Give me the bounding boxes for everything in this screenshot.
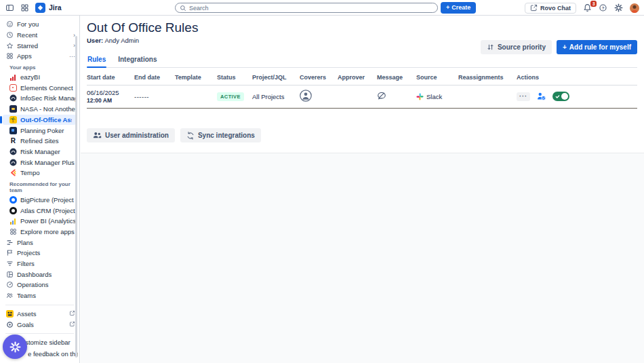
tab-integrations[interactable]: Integrations bbox=[117, 56, 157, 67]
sync-integrations-button[interactable]: Sync integrations bbox=[180, 128, 261, 142]
user-label: User: bbox=[87, 37, 103, 44]
notification-badge: 3 bbox=[590, 1, 597, 7]
rec-bigpicture[interactable]: BigPicture (Project Ma... bbox=[0, 195, 79, 206]
app-nasa[interactable]: NASA - Not Another S... bbox=[0, 104, 79, 115]
sidebar-toggle-icon[interactable] bbox=[5, 3, 14, 12]
notifications-button[interactable]: 3 bbox=[583, 3, 592, 12]
sync-icon bbox=[186, 132, 195, 140]
source-priority-button[interactable]: Source priority bbox=[481, 40, 552, 54]
sidebar: For you Recent › Starred › Apps ··· Your… bbox=[0, 16, 80, 363]
rec-power-bi[interactable]: Power BI (Analytics) bbox=[0, 216, 79, 227]
filters-icon bbox=[5, 260, 14, 267]
explore-more-apps[interactable]: Explore more apps bbox=[0, 227, 79, 237]
risk-manager-plus-icon bbox=[9, 159, 17, 166]
tabs: Rules Integrations bbox=[87, 56, 637, 68]
slack-icon bbox=[416, 93, 424, 100]
topbar: Jira + Create Rovo Chat 3 ? bbox=[0, 0, 644, 16]
risk-manager-icon bbox=[9, 148, 17, 155]
sidebar-item-projects[interactable]: Projects bbox=[0, 248, 79, 259]
lower-background-panel bbox=[81, 153, 644, 363]
cell-start-date: 06/16/2025 12:00 AM bbox=[87, 89, 134, 104]
user-administration-button[interactable]: User administration bbox=[87, 128, 175, 142]
your-apps-label: Your apps bbox=[0, 62, 79, 72]
sidebar-item-recent[interactable]: Recent › bbox=[0, 30, 79, 41]
header-actions: Source priority + Add rule for myself bbox=[481, 40, 637, 54]
sidebar-item-dashboards[interactable]: Dashboards bbox=[0, 269, 79, 280]
create-button[interactable]: + Create bbox=[441, 2, 476, 14]
elements-connect-icon bbox=[9, 84, 17, 92]
tempo-icon bbox=[9, 169, 17, 176]
cell-end-date: ------ bbox=[134, 93, 175, 100]
external-link-icon bbox=[69, 321, 75, 328]
row-more-button[interactable]: ··· bbox=[517, 92, 530, 101]
col-template: Template bbox=[175, 74, 217, 81]
infosec-risk-manager-icon bbox=[9, 94, 17, 102]
source-label: Slack bbox=[426, 93, 442, 100]
table-row: 06/16/2025 12:00 AM ------ ACTIVE All Pr… bbox=[87, 85, 637, 109]
explore-apps-grid-icon bbox=[9, 228, 17, 235]
app-risk-manager-plus[interactable]: Risk Manager Plus bbox=[0, 157, 79, 168]
bigpicture-icon bbox=[9, 196, 17, 204]
rec-atlas-crm[interactable]: Atlas CRM (Project Ma... bbox=[0, 205, 79, 216]
sidebar-item-starred[interactable]: Starred › bbox=[0, 40, 79, 51]
sort-arrows-icon bbox=[487, 43, 494, 51]
cell-project-jql: All Projects bbox=[252, 93, 300, 100]
svg-text:R: R bbox=[10, 137, 16, 145]
sidebar-item-teams[interactable]: Teams bbox=[0, 290, 79, 301]
col-actions: Actions bbox=[517, 74, 637, 81]
power-bi-icon bbox=[9, 217, 17, 225]
sidebar-divider bbox=[5, 333, 74, 334]
topbar-right: Rovo Chat 3 ? bbox=[525, 0, 639, 16]
more-icon[interactable]: ··· bbox=[69, 53, 75, 60]
app-infosec-risk-manager[interactable]: InfoSec Risk Manager bbox=[0, 93, 79, 104]
settings-gear-icon[interactable] bbox=[614, 3, 623, 12]
refined-sites-icon: R bbox=[9, 137, 17, 145]
plans-icon bbox=[5, 239, 14, 246]
app-risk-manager[interactable]: Risk Manager bbox=[0, 147, 79, 157]
col-coverers: Coverers bbox=[300, 74, 338, 81]
rule-enabled-toggle[interactable] bbox=[552, 92, 569, 101]
sidebar-item-apps[interactable]: Apps ··· bbox=[0, 51, 79, 62]
sidebar-item-goals[interactable]: Goals bbox=[0, 319, 79, 330]
cell-actions: ··· bbox=[517, 92, 637, 101]
help-icon[interactable]: ? bbox=[599, 3, 607, 12]
nasa-icon bbox=[9, 105, 17, 113]
assets-icon bbox=[5, 310, 14, 318]
search-bar[interactable] bbox=[175, 3, 438, 13]
search-input[interactable] bbox=[189, 5, 433, 12]
plus-icon: + bbox=[563, 43, 567, 51]
rovo-chat-button[interactable]: Rovo Chat bbox=[525, 3, 576, 14]
col-message: Message bbox=[377, 74, 416, 81]
feedback-fab[interactable] bbox=[3, 335, 27, 359]
app-switcher-icon[interactable] bbox=[20, 3, 29, 12]
tab-rules[interactable]: Rules bbox=[87, 56, 106, 67]
add-rule-button[interactable]: + Add rule for myself bbox=[557, 40, 637, 54]
search-icon bbox=[180, 5, 186, 12]
sidebar-item-plans[interactable]: Plans bbox=[0, 237, 79, 248]
app-tempo[interactable]: Tempo bbox=[0, 168, 79, 178]
user-name: Andy Admin bbox=[104, 37, 139, 44]
sidebar-item-filters[interactable]: Filters bbox=[0, 259, 79, 269]
sidebar-scrollbar[interactable] bbox=[75, 36, 77, 358]
col-start-date: Start date bbox=[87, 74, 134, 81]
sidebar-item-for-you[interactable]: For you bbox=[0, 19, 79, 30]
no-message-icon bbox=[377, 91, 386, 100]
coverer-avatar-icon[interactable] bbox=[300, 90, 312, 102]
app-out-of-office-assistant[interactable]: Out-Of-Office Assistant bbox=[3, 115, 76, 126]
cell-message bbox=[377, 91, 416, 102]
page-title: Out Of Office Rules bbox=[87, 20, 644, 35]
rovo-chat-icon bbox=[530, 4, 538, 12]
user-avatar[interactable] bbox=[630, 3, 639, 13]
sidebar-item-assets[interactable]: Assets bbox=[0, 309, 79, 320]
jira-logo[interactable]: Jira bbox=[35, 3, 62, 13]
reassign-person-check-icon[interactable] bbox=[536, 92, 546, 101]
app-refined-sites[interactable]: R Refined Sites bbox=[0, 136, 79, 147]
app-elements-connect[interactable]: Elements Connect bbox=[0, 82, 79, 93]
sidebar-item-operations[interactable]: Operations bbox=[0, 280, 79, 290]
app-eazybi[interactable]: eazyBI bbox=[0, 72, 79, 83]
col-approver: Approver bbox=[338, 74, 377, 81]
app-planning-poker[interactable]: Planning Poker bbox=[0, 125, 79, 136]
footer-buttons: User administration Sync integrations bbox=[87, 128, 644, 142]
rules-table: Start date End date Template Status Proj… bbox=[87, 68, 637, 109]
feedback-link[interactable]: e feedback on the n... bbox=[28, 350, 78, 358]
